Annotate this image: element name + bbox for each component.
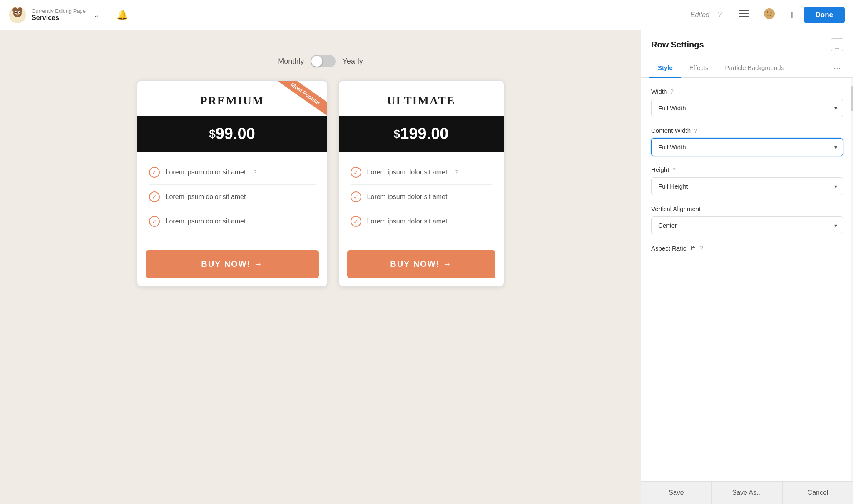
tab-effects[interactable]: Effects [681, 58, 717, 78]
height-select[interactable]: Full Height Auto Custom [651, 177, 843, 195]
height-label-text: Height [651, 166, 669, 173]
toggle-thumb [311, 56, 322, 67]
width-help-icon[interactable]: ? [670, 88, 674, 95]
panel-title: Row Settings [651, 40, 704, 50]
premium-check-3: ✓ [149, 216, 160, 227]
ultimate-feature-1: ✓ Lorem ipsum dolor sit amet ? [351, 160, 492, 185]
page-label: Currently Editing Page [32, 8, 86, 14]
ultimate-features: ✓ Lorem ipsum dolor sit amet ? ✓ Lorem i… [339, 152, 504, 242]
width-select-wrapper: Full Width Boxed Custom ▾ [651, 99, 843, 117]
svg-rect-11 [739, 16, 749, 17]
aspect-ratio-label-text: Aspect Ratio [651, 245, 686, 252]
height-help-icon[interactable]: ? [672, 166, 676, 173]
ultimate-check-2: ✓ [351, 191, 361, 202]
premium-price: 99.00 [216, 125, 255, 142]
notification-bell-icon[interactable]: 🔔 [117, 10, 128, 20]
content-width-select[interactable]: Full Width Boxed Custom [651, 138, 843, 156]
pricing-cards-row: PREMIUM Most Popular $99.00 ✓ Lorem ipsu… [137, 80, 505, 287]
vertical-alignment-label-text: Vertical Alignment [651, 205, 701, 212]
vertical-alignment-select[interactable]: Center Top Bottom [651, 216, 843, 234]
page-dropdown-icon[interactable]: ⌄ [93, 10, 99, 20]
premium-feature-help-1[interactable]: ? [253, 169, 256, 176]
done-button[interactable]: Done [804, 7, 845, 23]
tab-style[interactable]: Style [649, 58, 681, 78]
svg-point-12 [764, 8, 775, 19]
ultimate-feature-text-2: Lorem ipsum dolor sit amet [367, 193, 448, 201]
ultimate-feature-text-1: Lorem ipsum dolor sit amet [367, 169, 448, 176]
list-icon-button[interactable] [737, 7, 750, 22]
ultimate-card-title: ULTIMATE [347, 94, 495, 107]
ultimate-price-bar: $199.00 [339, 116, 504, 152]
premium-feature-text-3: Lorem ipsum dolor sit amet [166, 218, 246, 225]
premium-features: ✓ Lorem ipsum dolor sit amet ? ✓ Lorem i… [137, 152, 327, 242]
premium-feature-text-2: Lorem ipsum dolor sit amet [166, 193, 246, 201]
premium-card: PREMIUM Most Popular $99.00 ✓ Lorem ipsu… [137, 80, 328, 287]
aspect-ratio-help-icon[interactable]: ? [700, 245, 703, 251]
scrollbar[interactable] [851, 78, 853, 481]
width-select[interactable]: Full Width Boxed Custom [651, 99, 843, 117]
monthly-label: Monthly [278, 57, 304, 66]
page-info: Currently Editing Page Services [32, 8, 86, 22]
save-as-button[interactable]: Save As... [712, 482, 783, 504]
width-label: Width ? [651, 88, 843, 95]
panel-footer: Save Save As... Cancel [641, 481, 853, 504]
svg-point-15 [768, 15, 769, 16]
svg-rect-9 [739, 10, 749, 11]
premium-card-title: PREMIUM [146, 94, 319, 107]
logo [8, 6, 27, 24]
ultimate-feature-text-3: Lorem ipsum dolor sit amet [367, 218, 448, 225]
content-width-field-group: Content Width ? Full Width Boxed Custom … [651, 127, 843, 156]
svg-point-6 [15, 12, 17, 13]
width-field-group: Width ? Full Width Boxed Custom ▾ [651, 88, 843, 117]
topbar: Currently Editing Page Services ⌄ 🔔 Edit… [0, 0, 853, 30]
ultimate-card-header: ULTIMATE [339, 81, 504, 116]
main-area: Monthly Yearly PREMIUM Most Popular $99.… [0, 30, 853, 504]
premium-cta[interactable]: BUY NOW! → [146, 250, 319, 278]
vertical-alignment-field-group: Vertical Alignment Center Top Bottom ▾ [651, 205, 843, 234]
panel-minimize-button[interactable]: ⎯ [831, 38, 843, 51]
premium-feature-1: ✓ Lorem ipsum dolor sit amet ? [149, 160, 316, 185]
cookie-icon-button[interactable] [762, 6, 777, 24]
canvas-area: Monthly Yearly PREMIUM Most Popular $99.… [0, 30, 641, 504]
ultimate-price: 199.00 [400, 125, 448, 142]
svg-rect-10 [739, 13, 749, 14]
height-label: Height ? [651, 166, 843, 173]
cancel-button[interactable]: Cancel [783, 482, 853, 504]
aspect-ratio-section: Aspect Ratio 🖥 ? [651, 244, 843, 252]
save-button[interactable]: Save [641, 482, 712, 504]
tab-more-icon[interactable]: ··· [829, 59, 845, 77]
ultimate-check-1: ✓ [351, 167, 361, 178]
svg-point-16 [770, 15, 771, 16]
vertical-alignment-select-wrapper: Center Top Bottom ▾ [651, 216, 843, 234]
ultimate-card: ULTIMATE $199.00 ✓ Lorem ipsum dolor sit… [338, 80, 505, 287]
content-width-select-wrapper: Full Width Boxed Custom ▾ [651, 138, 843, 156]
add-button[interactable]: + [788, 8, 795, 22]
help-icon[interactable]: ? [718, 10, 722, 19]
ultimate-check-3: ✓ [351, 216, 361, 227]
svg-point-8 [16, 13, 19, 15]
ultimate-feature-3: ✓ Lorem ipsum dolor sit amet [351, 209, 492, 233]
page-name: Services [32, 14, 86, 22]
scrollbar-thumb [851, 86, 853, 111]
vertical-alignment-label: Vertical Alignment [651, 205, 843, 212]
content-width-label: Content Width ? [651, 127, 843, 134]
width-label-text: Width [651, 88, 667, 95]
panel-tabs: Style Effects Particle Backgrounds ··· [641, 58, 853, 78]
tab-particle-backgrounds[interactable]: Particle Backgrounds [716, 58, 792, 78]
billing-toggle-row: Monthly Yearly [278, 55, 363, 67]
ultimate-dollar: $ [394, 127, 400, 141]
premium-feature-2: ✓ Lorem ipsum dolor sit amet [149, 185, 316, 209]
svg-point-13 [767, 11, 768, 13]
ultimate-feature-2: ✓ Lorem ipsum dolor sit amet [351, 185, 492, 209]
monitor-icon: 🖥 [690, 244, 696, 252]
row-settings-panel: Row Settings ⎯ Style Effects Particle Ba… [641, 30, 853, 504]
panel-scroll-container: Width ? Full Width Boxed Custom ▾ [641, 78, 853, 481]
premium-check-1: ✓ [149, 167, 160, 178]
content-width-help-icon[interactable]: ? [694, 127, 697, 134]
ultimate-feature-help-1[interactable]: ? [455, 169, 458, 176]
billing-toggle[interactable] [311, 55, 336, 67]
premium-dollar: $ [209, 127, 216, 141]
panel-header: Row Settings ⎯ [641, 30, 853, 58]
panel-content: Width ? Full Width Boxed Custom ▾ [641, 78, 853, 262]
ultimate-cta[interactable]: BUY NOW! → [347, 250, 495, 278]
